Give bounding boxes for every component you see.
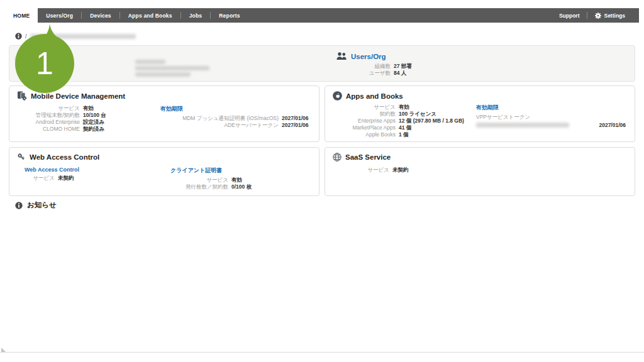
wac-service-link[interactable]: Web Access Control [25,167,79,173]
settings-button[interactable]: Settings [587,13,633,19]
info-row: サービス未契約 [25,175,74,182]
info-label: Android Enterprise [9,119,83,126]
info-value: 未契約 [392,167,409,173]
info-label: 契約数 [325,111,399,118]
info-label: サービス [325,104,399,111]
users-org-summary: Users/Org 組織数27 部署ユーザ数84 人 [336,52,412,77]
info-value: 27 部署 [394,63,412,70]
info-label: 管理端末数/契約数 [9,112,83,119]
nav-tab-jobs[interactable]: Jobs [181,8,211,23]
info-value: 有効 [231,177,252,184]
license-summary-card: Users/Org 組織数27 部署ユーザ数84 人 [9,45,635,82]
info-row: Enterprise Apps12 個 (297.80 MB / 1.8 GB) [325,118,464,124]
info-label: サービス [9,105,83,112]
info-value: 100 ライセンス [399,111,464,118]
info-value: 41 個 [399,124,464,131]
info-label: ADEサーバートークン [160,122,282,129]
info-value: 0/100 枚 [231,184,252,190]
info-label: MDM プッシュ通知証明書 (iOS/macOS) [160,115,282,122]
info-row: 管理端末数/契約数10/100 台 [9,112,106,119]
web-access-control-card: Web Access Control Web Access Control サー… [9,147,319,196]
step-annotation-balloon: 1 [11,23,78,96]
info-label: Enterprise Apps [325,118,399,124]
info-row: MarketPlace Apps41 個 [325,124,464,131]
settings-label: Settings [604,13,625,19]
info-label: MarketPlace Apps [325,124,399,131]
client-certificate-link[interactable]: クライアント証明書 [170,167,252,175]
info-row: ADEサーバートークン2027/01/06 [160,122,309,129]
mdm-expiry-rows: MDM プッシュ通知証明書 (iOS/macOS)2027/01/06ADEサー… [160,115,309,129]
support-label: Support [559,13,580,19]
notice-section-header: お知らせ [15,200,57,210]
info-value: 2027/01/06 [282,122,309,129]
info-row: 発行枚数／契約数0/100 枚 [170,184,252,190]
info-label: CLOMO HOME [9,126,83,133]
vpp-token-expiry-date: 2027/01/06 [599,122,626,128]
apple-apps-icon [333,91,342,101]
info-label: サービス [170,177,231,184]
key-icon [17,153,26,162]
info-row: サービス有効 [9,105,106,112]
wac-right-stats: サービス有効発行枚数／契約数0/100 枚 [170,177,252,190]
saas-card-title: SaaS Service [345,153,391,161]
wac-left-stats: サービス未契約 [25,175,74,182]
users-org-link[interactable]: Users/Org [351,53,386,60]
redacted-line [135,66,209,70]
users-org-stats: 組織数27 部署ユーザ数84 人 [338,63,412,77]
window-bottom-edge [0,352,644,353]
apps-books-card-title: Apps and Books [346,92,403,100]
users-icon [336,52,347,60]
support-link[interactable]: Support [552,13,587,19]
globe-icon [333,153,341,162]
info-row: Android Enterprise設定済み [9,119,106,126]
info-value: 有効 [399,104,464,111]
info-label: 発行枚数／契約数 [170,184,231,190]
redacted-line [135,72,191,77]
mdm-stats: サービス有効管理端末数/契約数10/100 台Android Enterpris… [9,105,106,133]
info-row: Apple Books1 個 [325,131,464,138]
gear-icon [595,13,601,19]
info-label: 組織数 [338,63,394,70]
saas-service-card: SaaS Service サービス未契約 [325,147,635,196]
apps-expiry-link[interactable]: 有効期限 [476,104,626,112]
info-row: MDM プッシュ通知証明書 (iOS/macOS)2027/01/06 [160,115,309,122]
info-value: 2027/01/06 [282,115,309,122]
info-value: 12 個 (297.80 MB / 1.8 GB) [399,118,464,124]
info-label: サービス [25,175,58,182]
nav-tab-apps-and-books[interactable]: Apps and Books [120,8,180,23]
window-corner-grip [1,348,6,352]
info-value: 84 人 [394,70,412,77]
info-value: 設定済み [83,119,106,126]
redacted-line [135,60,165,64]
nav-tabs: HOMEUsers/OrgDevicesApps and BooksJobsRe… [5,8,248,23]
nav-tab-reports[interactable]: Reports [211,8,248,23]
redacted-license-lines [135,60,209,77]
info-label: Apple Books [325,131,399,138]
info-value: 10/100 台 [83,112,106,119]
saas-stats: サービス未契約 [350,167,409,173]
nav-tab-devices[interactable]: Devices [82,8,119,23]
notice-title: お知らせ [27,200,57,210]
nav-right-group: Support Settings [552,8,639,23]
nav-tab-home[interactable]: HOME [5,8,38,23]
nav-tab-users-org[interactable]: Users/Org [38,8,81,23]
redacted-vpp-token [476,123,569,128]
info-value: 有効 [83,105,106,112]
info-value: 未契約 [58,175,74,182]
mdm-expiry-link[interactable]: 有効期限 [160,105,309,113]
info-row: ユーザ数84 人 [338,70,412,77]
info-row: サービス有効 [170,177,252,184]
info-row: CLOMO HOME契約済み [9,126,106,133]
info-label: サービス [350,167,392,173]
vpp-token-label: VPPサービストークン [476,114,626,121]
info-row: サービス未契約 [350,167,409,173]
info-value: 1 個 [399,131,464,138]
info-row: 組織数27 部署 [338,63,412,70]
info-value: 契約済み [83,126,106,133]
info-label: ユーザ数 [338,70,394,77]
step-number: 1 [36,46,53,81]
wac-card-title: Web Access Control [30,153,99,161]
top-navigation-bar: HOMEUsers/OrgDevicesApps and BooksJobsRe… [5,8,639,23]
info-row: 契約数100 ライセンス [325,111,464,118]
apps-books-stats: サービス有効契約数100 ライセンスEnterprise Apps12 個 (2… [325,104,464,138]
